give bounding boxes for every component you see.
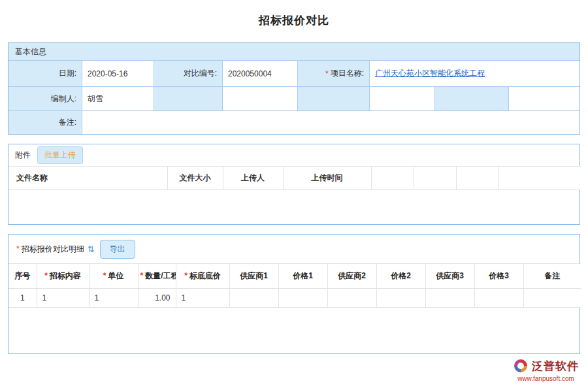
attachments-table: 文件名称 文件大小 上传人 上传时间 [8,166,581,190]
creator-label: 编制人: [8,87,82,111]
export-button[interactable]: 导出 [100,240,135,259]
attachments-title: 附件 [15,150,31,161]
brand-swirl-icon [513,358,529,374]
project-name-link[interactable]: 广州天心苑小区智能化系统工程 [375,68,485,79]
empty-value-cell [509,87,580,111]
col-header-text: 标底底价 [189,271,221,280]
col-header-bid-content: *招标内容 [37,264,89,289]
cell-price3 [474,289,523,308]
col-header-unit: *单位 [89,264,138,289]
required-mark: * [184,271,188,280]
creator-value: 胡雪 [82,87,154,111]
attachments-header-row: 文件名称 文件大小 上传人 上传时间 [8,167,581,190]
cell-base-price: 1 [176,289,229,308]
cell-unit: 1 [89,289,138,308]
empty-label-cell [298,87,370,111]
page-title: 招标报价对比 [0,0,588,42]
date-label: 日期: [8,61,82,87]
basic-info-row-3: 备注: [8,111,580,134]
col-header-supplier1: 供应商1 [229,264,278,289]
col-header-file-name: 文件名称 [8,167,167,190]
cell-price2 [376,289,425,308]
col-header-empty [414,167,456,190]
basic-info-row-2: 编制人: 胡雪 [8,87,580,111]
empty-label-cell [435,87,509,111]
cell-supplier2 [327,289,376,308]
col-header-text: 招标内容 [50,271,81,280]
cell-seq: 1 [8,289,37,308]
col-header-price2: 价格2 [376,264,425,289]
col-header-supplier2: 供应商2 [327,264,376,289]
col-header-quantity: *数量/工程量 [138,264,176,289]
empty-value-cell [223,87,298,111]
detail-section: * 招标报价对比明细 ⇅ 导出 序号 *招标内容 *单位 *数量/工程量 *标底… [8,234,580,354]
empty-value-cell [370,87,435,111]
project-name-label: * 项目名称: [298,61,370,87]
col-header-base-price: *标底底价 [176,264,229,289]
detail-title: 招标报价对比明细 [22,244,84,255]
brand-website[interactable]: www.fanpusoft.com [513,375,579,382]
col-header-price1: 价格1 [278,264,327,289]
detail-toolbar: * 招标报价对比明细 ⇅ 导出 [8,235,580,263]
col-header-text: 数量/工程量 [145,271,176,280]
cell-bid-content: 1 [37,289,89,308]
required-mark: * [325,69,329,78]
required-mark: * [44,271,48,280]
basic-info-section: 基本信息 日期: 2020-05-16 对比编号: 2020050004 * 项… [8,42,580,135]
batch-upload-button[interactable]: 批量上传 [37,146,83,164]
col-header-file-size: 文件大小 [167,167,223,190]
basic-info-header: 基本信息 [8,43,580,61]
sort-icon[interactable]: ⇅ [88,244,95,254]
attachments-section: 附件 批量上传 文件名称 文件大小 上传人 上传时间 [8,144,580,225]
cell-price1 [278,289,327,308]
col-header-upload-time: 上传时间 [283,167,371,190]
required-mark: * [16,244,20,253]
col-header-price3: 价格3 [474,264,523,289]
brand-name: 泛普软件 [532,359,579,374]
col-header-empty [371,167,414,190]
detail-data-row: 1 1 1 1.00 1 [8,289,581,308]
detail-header-row: 序号 *招标内容 *单位 *数量/工程量 *标底底价 供应商1 价格1 供应商2… [8,264,581,289]
cell-supplier3 [425,289,474,308]
cell-supplier1 [229,289,278,308]
project-name-label-text: 项目名称: [331,68,364,79]
col-header-remark: 备注 [523,264,581,289]
compare-no-label: 对比编号: [154,61,223,87]
detail-table: 序号 *招标内容 *单位 *数量/工程量 *标底底价 供应商1 价格1 供应商2… [8,263,581,308]
empty-label-cell [154,87,223,111]
col-header-seq: 序号 [8,264,37,289]
basic-info-row-1: 日期: 2020-05-16 对比编号: 2020050004 * 项目名称: … [8,61,580,87]
project-name-cell: 广州天心苑小区智能化系统工程 [370,61,580,87]
col-header-uploader: 上传人 [223,167,283,190]
remark-value [82,111,580,134]
col-header-empty [498,167,581,190]
cell-quantity: 1.00 [138,289,176,308]
date-value: 2020-05-16 [82,61,154,87]
required-mark: * [140,271,144,280]
required-mark: * [103,271,106,280]
attachments-header: 附件 批量上传 [8,144,580,166]
cell-remark [523,289,581,308]
detail-empty-area [8,308,580,353]
attachments-empty-area [8,190,580,224]
brand-row: 泛普软件 [513,358,579,374]
brand-footer: 泛普软件 www.fanpusoft.com [513,358,579,382]
col-header-supplier3: 供应商3 [425,264,474,289]
col-header-text: 单位 [108,271,123,280]
remark-label: 备注: [8,111,82,134]
compare-no-value: 2020050004 [223,61,298,87]
col-header-empty [456,167,498,190]
